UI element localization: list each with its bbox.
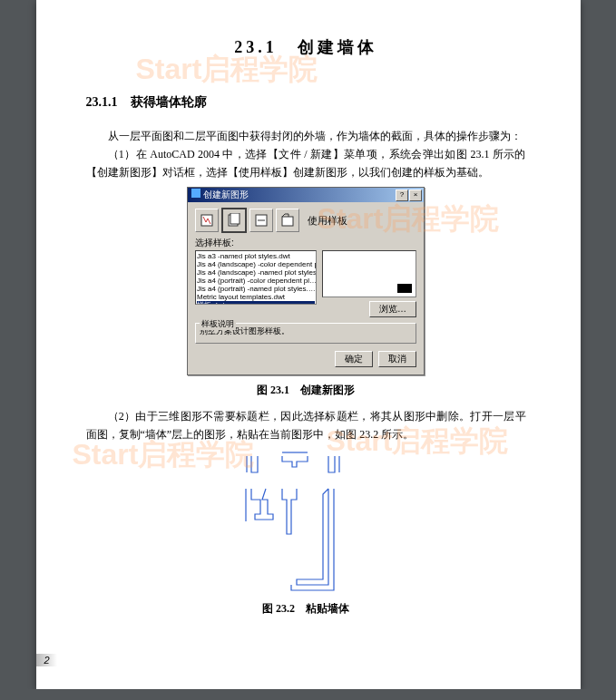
preview-frame: [322, 250, 416, 297]
figure-dialog: 创建新图形 ? × 使用样板 选择样板: Jis a3 -named p: [86, 187, 526, 375]
list-item[interactable]: Jis a4 (portrait) -named plot styles.…: [197, 285, 315, 293]
template-listbox[interactable]: Jis a3 -named plot styles.dwt Jis a4 (la…: [195, 250, 317, 305]
chapter-title: 23.1 创建墙体: [86, 36, 526, 58]
list-item-selected[interactable]: 样板.dwt: [197, 301, 315, 305]
figure-drawing: [86, 449, 526, 594]
page-number: 2: [36, 654, 57, 666]
ok-button[interactable]: 确定: [335, 351, 373, 367]
mode-wizard-icon[interactable]: [249, 209, 273, 232]
dialog-window: 创建新图形 ? × 使用样板 选择样板: Jis a3 -named p: [187, 187, 425, 375]
list-label: 选择样板:: [195, 237, 416, 249]
figure-caption: 图 23.1 创建新图形: [86, 383, 526, 398]
description-group: 样板说明 别墅方案设计图形样板。: [195, 323, 416, 344]
help-icon[interactable]: ?: [396, 190, 408, 201]
description-label: 样板说明: [200, 318, 236, 330]
section-title: 23.1.1 获得墙体轮廓: [86, 94, 526, 111]
preview-swatch: [397, 284, 412, 293]
mode-template-icon[interactable]: [221, 208, 247, 233]
dialog-titlebar: 创建新图形 ? ×: [188, 188, 424, 202]
paragraph: 从一层平面图和二层平面图中获得封闭的外墙，作为墙体的截面，具体的操作步骤为：: [86, 127, 526, 145]
preview-pane: 浏览…: [322, 250, 416, 317]
list-item[interactable]: Jis a4 (portrait) -color dependent pl…: [197, 277, 315, 285]
browse-button[interactable]: 浏览…: [369, 301, 416, 317]
paragraph: （2）由于三维图形不需要标题栏，因此选择标题栏，将其从图形中删除。打开一层平面图…: [86, 407, 526, 443]
document-page: Start启程学院 Start启程学院 Start启程学院 Start启程学院 …: [36, 0, 581, 689]
list-item[interactable]: Metric layout templates.dwt: [197, 293, 315, 301]
cancel-button[interactable]: 取消: [378, 351, 416, 367]
close-icon[interactable]: ×: [409, 190, 422, 201]
wall-outline-svg: [242, 449, 369, 594]
svg-rect-2: [230, 213, 240, 224]
template-mode-tabs: 使用样板: [195, 208, 416, 233]
mode-open-icon[interactable]: [276, 209, 299, 232]
svg-rect-5: [282, 217, 293, 226]
list-item[interactable]: Jis a4 (landscape) -named plot styles…: [197, 268, 315, 277]
list-item[interactable]: Jis a4 (landscape) -color dependent p…: [197, 260, 315, 268]
mode-label: 使用样板: [308, 214, 347, 228]
paragraph: （1）在 AutoCAD 2004 中，选择【文件 / 新建】菜单项，系统会弹出…: [86, 145, 526, 181]
mode-default-icon[interactable]: [195, 209, 219, 232]
figure-caption: 图 23.2 粘贴墙体: [86, 601, 526, 617]
dialog-title: 创建新图形: [191, 189, 249, 201]
list-item[interactable]: Jis a3 -named plot styles.dwt: [197, 252, 315, 260]
